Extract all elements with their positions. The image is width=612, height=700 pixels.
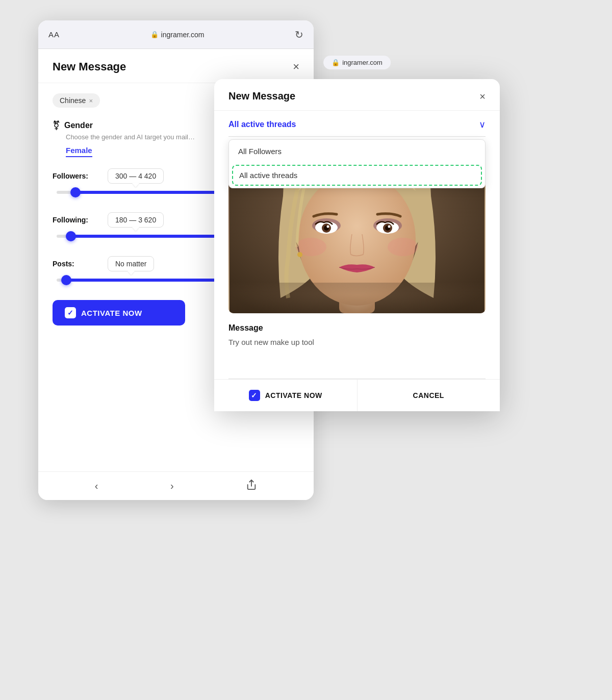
gender-icon: ⚧ xyxy=(53,120,60,131)
gender-value[interactable]: Female xyxy=(66,146,92,157)
message-text[interactable]: Try out new make up tool xyxy=(228,338,486,368)
dropdown-selected-value: All active threads xyxy=(228,120,296,129)
message-label: Message xyxy=(228,323,486,333)
svg-rect-18 xyxy=(230,283,484,313)
desktop-activate-checkbox: ✓ xyxy=(249,390,260,401)
desktop-url-bar: 🔒 ingramer.com xyxy=(323,56,391,69)
share-button[interactable] xyxy=(246,479,257,493)
desktop-url-text: ingramer.com xyxy=(342,59,382,66)
following-range-badge: 180 — 3 620 xyxy=(108,212,164,228)
dropdown-item-all-active-threads[interactable]: All active threads xyxy=(232,165,482,186)
desktop-modal-title: New Message xyxy=(228,90,295,102)
svg-point-17 xyxy=(297,252,302,257)
browser-url-bar: 🔒 ingramer.com xyxy=(150,31,205,39)
following-thumb-left[interactable] xyxy=(66,231,76,241)
tag-remove-button[interactable]: × xyxy=(89,97,93,105)
following-fill xyxy=(71,235,233,238)
svg-point-13 xyxy=(327,226,329,228)
posts-thumb-left[interactable] xyxy=(61,275,71,285)
followers-label: Followers: xyxy=(53,172,98,180)
svg-point-14 xyxy=(388,226,391,228)
message-section: Message Try out new make up tool xyxy=(214,313,500,373)
dropdown-item-all-followers[interactable]: All Followers xyxy=(229,140,485,163)
dropdown-trigger[interactable]: All active threads ∨ xyxy=(228,111,486,137)
browser-bar: AA 🔒 ingramer.com ↻ xyxy=(38,20,314,49)
desktop-modal-header: New Message × xyxy=(214,79,500,111)
activate-button-label: ACTIVATE NOW xyxy=(81,309,142,317)
chinese-tag: Chinese × xyxy=(53,93,100,108)
tag-label: Chinese xyxy=(60,96,86,105)
bg-modal-title: New Message xyxy=(53,60,126,73)
svg-point-16 xyxy=(388,238,418,256)
desktop-close-button[interactable]: × xyxy=(479,91,486,102)
followers-fill xyxy=(75,191,223,194)
posts-range-badge: No matter xyxy=(108,256,154,271)
dropdown-container: All active threads ∨ All Followers All a… xyxy=(214,111,500,137)
chevron-down-icon: ∨ xyxy=(479,119,486,130)
bg-activate-button[interactable]: ✓ ACTIVATE NOW xyxy=(53,300,185,326)
refresh-button[interactable]: ↻ xyxy=(295,29,303,41)
bg-modal-header: New Message × xyxy=(38,49,314,83)
following-label: Following: xyxy=(53,216,98,224)
desktop-bottom-actions: ✓ ACTIVATE NOW CANCEL xyxy=(214,379,500,411)
browser-url-text: ingramer.com xyxy=(161,31,205,39)
lock-icon: 🔒 xyxy=(150,31,159,38)
bg-close-button[interactable]: × xyxy=(293,61,299,72)
gender-title: Gender xyxy=(64,121,93,130)
checkmark-icon: ✓ xyxy=(67,309,74,317)
desktop-activate-button[interactable]: ✓ ACTIVATE NOW xyxy=(214,380,358,411)
desktop-checkmark-icon: ✓ xyxy=(251,391,258,399)
posts-label: Posts: xyxy=(53,260,98,268)
mobile-nav-bar: ‹ › xyxy=(38,471,314,500)
desktop-modal-card: 🔒 ingramer.com New Message × All active … xyxy=(214,79,500,411)
followers-range-badge: 300 — 4 420 xyxy=(108,168,164,184)
back-button[interactable]: ‹ xyxy=(95,480,98,492)
dropdown-menu[interactable]: All Followers All active threads xyxy=(228,139,486,188)
forward-button[interactable]: › xyxy=(170,480,174,492)
desktop-lock-icon: 🔒 xyxy=(332,59,340,66)
browser-aa: AA xyxy=(48,30,60,39)
followers-thumb-left[interactable] xyxy=(70,187,81,197)
desktop-cancel-button[interactable]: CANCEL xyxy=(358,380,500,411)
desktop-activate-label: ACTIVATE NOW xyxy=(265,391,322,399)
activate-checkbox-icon: ✓ xyxy=(65,307,76,318)
